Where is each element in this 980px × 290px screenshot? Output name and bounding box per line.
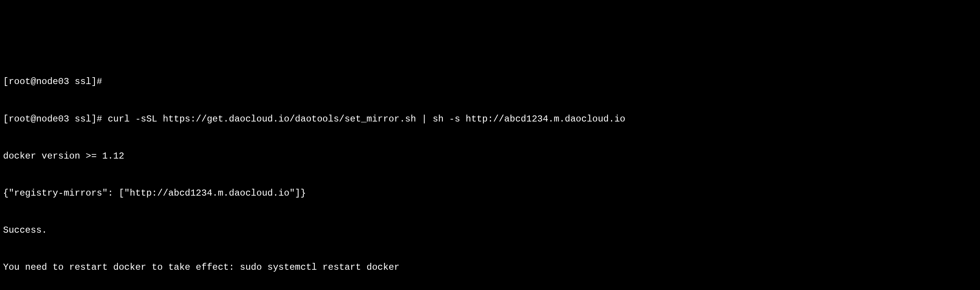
terminal-line: [root@node03 ssl]# curl -sSL https://get… [3, 113, 977, 125]
terminal-line: [root@node03 ssl]# [3, 76, 977, 88]
terminal-line: You need to restart docker to take effec… [3, 261, 977, 274]
terminal-window[interactable]: [root@node03 ssl]# [root@node03 ssl]# cu… [3, 51, 977, 290]
terminal-line: docker version >= 1.12 [3, 150, 977, 162]
terminal-line: {"registry-mirrors": ["http://abcd1234.m… [3, 187, 977, 199]
terminal-line: Success. [3, 224, 977, 237]
